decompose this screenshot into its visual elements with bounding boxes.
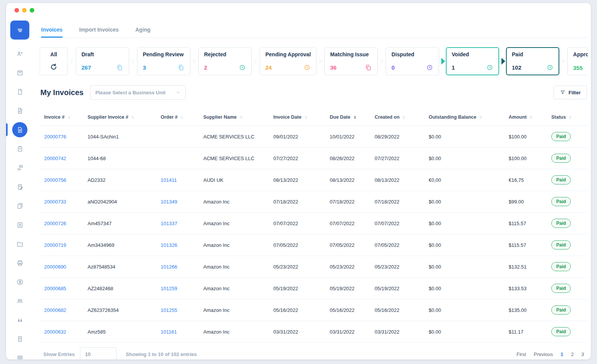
column-header-invoice-date[interactable]: Invoice Date — [270, 108, 327, 126]
invoice-number-link[interactable]: 20000719 — [44, 242, 66, 248]
column-header-amount[interactable]: Amount — [506, 108, 548, 126]
sidebar-item-invoices[interactable] — [6, 120, 34, 139]
column-header-outstanding-balance[interactable]: Outstanding Balance — [426, 108, 506, 126]
order-number-link[interactable]: 101337 — [161, 221, 177, 226]
status-card-draft[interactable]: Draft267 — [76, 47, 129, 75]
invoice-number-link[interactable]: 20000682 — [44, 307, 66, 313]
sort-icon — [131, 115, 135, 119]
column-label: Due Date — [330, 114, 350, 120]
invoice-number-link[interactable]: 20000742 — [44, 156, 66, 161]
sidebar-item-contacts[interactable] — [6, 44, 34, 63]
cell-supplier-invoice: aNO2042904 — [85, 191, 158, 213]
status-card-count: 267 — [81, 64, 91, 71]
sidebar-item-document-review[interactable] — [6, 101, 34, 120]
sidebar-item-currency[interactable] — [6, 272, 34, 291]
order-number-link[interactable]: 101161 — [161, 329, 177, 335]
document-edit-icon — [16, 183, 24, 191]
invoice-number-link[interactable]: 20000690 — [44, 264, 66, 270]
sidebar-item-clipboard[interactable] — [6, 139, 34, 158]
column-header-status[interactable]: Status — [548, 108, 588, 126]
pagination-1[interactable]: 1 — [560, 351, 563, 357]
cell-supplier-name: ACME SERVICES LLC — [200, 148, 270, 169]
order-number-link[interactable]: 101411 — [161, 177, 177, 183]
cell-outstanding-balance: $0.00 — [426, 299, 506, 321]
invoice-number-link[interactable]: 20000733 — [44, 199, 66, 205]
sidebar-item-payments[interactable] — [6, 158, 34, 177]
invoice-number-link[interactable]: 20000726 — [44, 221, 66, 226]
order-number-link[interactable]: 101255 — [161, 307, 177, 313]
tab-aging[interactable]: Aging — [136, 27, 151, 38]
cell-outstanding-balance: $0.00 — [426, 191, 506, 213]
cell-amount: $11.17 — [506, 321, 548, 343]
business-unit-select[interactable]: Please Select a Business Unit — [90, 85, 185, 100]
filter-button[interactable]: Filter — [554, 86, 587, 99]
window-zoom-button[interactable] — [30, 8, 34, 13]
sort-icon — [353, 115, 358, 120]
status-card-count: 2 — [204, 64, 207, 71]
logo-icon — [16, 27, 24, 34]
sidebar-item-records[interactable] — [6, 196, 34, 215]
tab-invoices[interactable]: Invoices — [41, 27, 62, 38]
window-close-button[interactable] — [14, 8, 19, 13]
status-badge: Paid — [551, 240, 571, 250]
pagination-first[interactable]: First — [516, 351, 526, 357]
sidebar-item-folders[interactable] — [6, 234, 34, 253]
cell-invoice-date: 05/16/2022 — [270, 299, 327, 321]
sidebar-item-quotes[interactable] — [6, 310, 34, 329]
window-minimize-button[interactable] — [22, 8, 27, 13]
cell-created-on: 07/27/2022 — [372, 148, 426, 169]
order-number-link[interactable]: 101326 — [161, 242, 177, 248]
clock-icon — [303, 64, 311, 71]
table-footer: Show Entries Showing 1 to 10 of 102 entr… — [40, 343, 588, 359]
status-card-pending-review[interactable]: Pending Review3 — [137, 47, 190, 75]
status-card-label: Voided — [452, 51, 493, 57]
sidebar-item-team[interactable] — [6, 291, 34, 310]
pagination-3[interactable]: 3 — [581, 351, 584, 357]
status-card-all[interactable]: All — [40, 47, 68, 75]
invoice-number-link[interactable]: 20000776 — [44, 134, 66, 140]
app-window: InvoicesImport InvoicesAging AllDraft267… — [6, 3, 591, 359]
sidebar-item-receipts[interactable] — [6, 329, 34, 348]
status-badge: Paid — [551, 219, 571, 228]
sidebar-item-document-edit[interactable] — [6, 177, 34, 196]
sidebar-item-apps[interactable] — [6, 348, 34, 359]
chevron-down-icon — [176, 90, 181, 95]
sidebar-item-documents[interactable] — [6, 82, 34, 101]
status-card-matching-issue[interactable]: Matching Issue36 — [324, 47, 378, 75]
status-card-paid[interactable]: Paid102 — [506, 47, 559, 75]
order-number-link[interactable]: 101349 — [161, 199, 177, 205]
table-row: 20000685AZ2482468101259Amazon Inc05/19/2… — [40, 278, 588, 299]
pagination-2[interactable]: 2 — [571, 351, 574, 357]
inbox-icon — [16, 69, 24, 76]
tab-import-invoices[interactable]: Import Invoices — [79, 27, 118, 38]
entries-count-input[interactable] — [80, 347, 117, 359]
column-header-supplier-invoice[interactable]: Supplier Invoice # — [85, 108, 158, 126]
cell-supplier-name: Amazon Inc — [200, 321, 270, 343]
table-row: 20000726Am457347101337Amazon Inc07/07/20… — [40, 213, 588, 234]
sidebar-item-print[interactable] — [6, 253, 34, 272]
sidebar-item-inbox[interactable] — [6, 63, 34, 82]
column-header-supplier-name[interactable]: Supplier Name — [200, 108, 270, 126]
column-header-due-date[interactable]: Due Date — [327, 108, 372, 126]
invoice-number-link[interactable]: 20000756 — [44, 177, 66, 183]
column-header-invoice[interactable]: Invoice # — [40, 108, 85, 126]
order-number-link[interactable]: 101259 — [161, 286, 177, 291]
status-card-pending-approval[interactable]: Pending Approval24 — [260, 47, 316, 75]
sidebar-item-vendors[interactable] — [6, 215, 34, 234]
column-header-order[interactable]: Order # — [158, 108, 200, 126]
app-logo[interactable] — [10, 21, 29, 40]
status-card-voided[interactable]: Voided1 — [446, 47, 499, 75]
cell-supplier-invoice: AZ623726354 — [85, 299, 158, 321]
order-number-link[interactable]: 101266 — [161, 264, 177, 270]
cell-invoice-date: 07/27/2022 — [270, 148, 327, 169]
table-row: 20000756AD2332101411AUDI UK08/13/202208/… — [40, 169, 588, 191]
status-card-rejected[interactable]: Rejected2 — [198, 47, 252, 75]
cell-supplier-invoice: AZ2482468 — [85, 278, 158, 299]
invoice-number-link[interactable]: 20000685 — [44, 286, 66, 291]
column-header-created-on[interactable]: Created on — [372, 108, 426, 126]
invoice-number-link[interactable]: 20000632 — [44, 329, 66, 335]
status-card-approved[interactable]: Approved355 — [567, 47, 588, 75]
cell-invoice-date: 07/07/2022 — [270, 213, 327, 234]
pagination-previous[interactable]: Previous — [534, 351, 553, 357]
status-card-disputed[interactable]: Disputed0 — [386, 47, 439, 75]
